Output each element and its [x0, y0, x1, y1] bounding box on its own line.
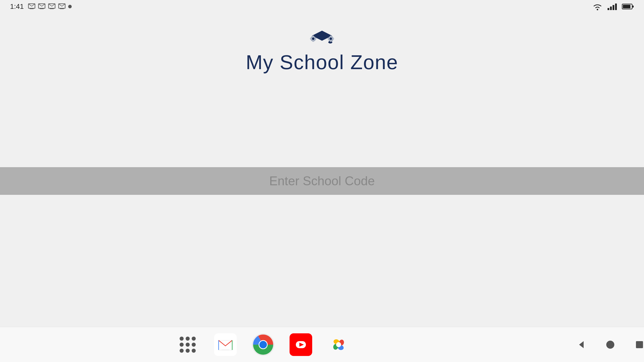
- main-content: My School Zone: [0, 0, 644, 327]
- svg-rect-26: [312, 40, 314, 42]
- svg-point-16: [597, 9, 598, 10]
- app-dock: [0, 333, 526, 356]
- status-bar-right: [592, 3, 634, 11]
- back-button[interactable]: [577, 340, 586, 349]
- gmail-icon[interactable]: [214, 333, 237, 356]
- status-bar-left: 1:41: [10, 3, 72, 11]
- youtube-icon[interactable]: [290, 333, 312, 356]
- svg-point-30: [330, 37, 332, 40]
- svg-rect-5: [40, 8, 44, 9]
- svg-rect-28: [315, 38, 316, 39]
- svg-rect-31: [330, 35, 332, 37]
- svg-rect-32: [330, 40, 332, 42]
- status-time: 1:41: [10, 3, 24, 11]
- svg-line-15: [62, 4, 65, 6]
- svg-rect-18: [632, 6, 634, 8]
- svg-line-10: [49, 4, 52, 6]
- recents-button[interactable]: [635, 340, 644, 349]
- svg-line-11: [52, 4, 55, 6]
- apps-grid-icon[interactable]: [176, 333, 199, 356]
- notification-icon-1: [28, 3, 35, 10]
- svg-point-45: [336, 342, 341, 347]
- svg-rect-1: [30, 8, 34, 9]
- svg-rect-34: [333, 38, 334, 39]
- svg-line-6: [38, 4, 42, 6]
- chrome-icon[interactable]: [252, 333, 274, 356]
- notification-icon-2: [38, 3, 46, 10]
- status-notification-icons: [28, 3, 72, 10]
- photos-icon[interactable]: [327, 333, 350, 356]
- svg-rect-48: [636, 341, 643, 348]
- battery-icon: [622, 3, 634, 10]
- school-code-input[interactable]: [0, 174, 644, 188]
- nav-bar: [0, 327, 644, 362]
- svg-rect-13: [60, 8, 64, 9]
- svg-marker-46: [579, 341, 584, 348]
- status-bar: 1:41: [0, 0, 644, 13]
- app-logo: [302, 28, 342, 48]
- input-area[interactable]: [0, 167, 644, 195]
- svg-rect-33: [328, 38, 329, 39]
- wifi-icon: [592, 3, 602, 11]
- svg-line-2: [28, 4, 32, 6]
- signal-icon: [608, 3, 617, 10]
- notification-icon-4: [58, 3, 66, 10]
- home-button[interactable]: [606, 340, 615, 349]
- svg-rect-9: [50, 8, 54, 9]
- svg-line-7: [42, 4, 45, 6]
- svg-line-3: [32, 4, 35, 6]
- svg-point-42: [259, 341, 267, 348]
- status-dot: [68, 5, 72, 8]
- svg-rect-25: [312, 35, 314, 37]
- notification-icon-3: [48, 3, 56, 10]
- svg-point-47: [606, 341, 614, 349]
- svg-rect-19: [623, 5, 630, 8]
- svg-rect-27: [310, 38, 311, 39]
- app-title: My School Zone: [246, 51, 398, 74]
- svg-point-24: [312, 37, 314, 40]
- logo-area: My School Zone: [246, 28, 398, 74]
- nav-controls: [577, 340, 644, 349]
- svg-line-14: [59, 4, 62, 6]
